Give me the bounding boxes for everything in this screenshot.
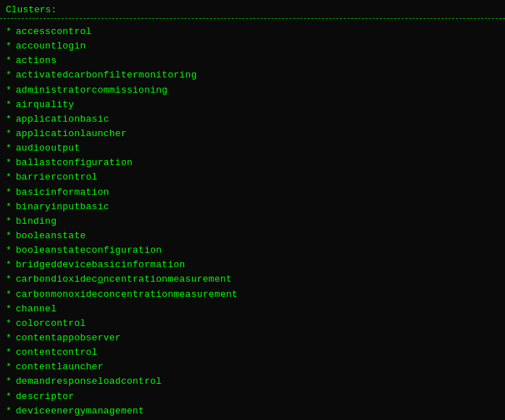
list-item: *applicationlauncher bbox=[6, 127, 499, 141]
list-bullet: * bbox=[6, 39, 12, 54]
list-item: *deviceenergymanagement bbox=[6, 404, 499, 419]
list-item: *contentappobserver bbox=[6, 331, 499, 345]
cluster-name: activatedcarbonfiltermonitoring bbox=[16, 68, 197, 83]
list-bullet: * bbox=[6, 170, 12, 185]
list-bullet: * bbox=[6, 98, 12, 112]
cluster-name: colorcontrol bbox=[16, 316, 86, 331]
list-bullet: * bbox=[6, 214, 12, 229]
list-bullet: * bbox=[6, 229, 12, 243]
list-item: *accountlogin bbox=[6, 39, 499, 54]
list-item: *channel bbox=[6, 302, 499, 316]
list-bullet: * bbox=[6, 83, 12, 98]
list-bullet: * bbox=[6, 404, 12, 419]
cluster-name: basicinformation bbox=[16, 185, 109, 200]
list-bullet: * bbox=[6, 127, 12, 141]
list-bullet: * bbox=[6, 185, 12, 200]
list-item: *barriercontrol bbox=[6, 170, 499, 185]
cluster-name: actions bbox=[16, 54, 57, 68]
list-item: *applicationbasic bbox=[6, 112, 499, 127]
cluster-name: descriptor bbox=[16, 390, 75, 404]
list-item: *booleanstateconfiguration bbox=[6, 243, 499, 258]
list-bullet: * bbox=[6, 156, 12, 170]
list-bullet: * bbox=[6, 331, 12, 345]
list-item: *actions bbox=[6, 54, 499, 68]
list-bullet: * bbox=[6, 316, 12, 331]
list-bullet: * bbox=[6, 68, 12, 83]
divider-line bbox=[0, 18, 505, 19]
list-item: *carbondioxideconcentrationmeasurement bbox=[6, 272, 499, 287]
list-bullet: * bbox=[6, 54, 12, 68]
list-bullet: * bbox=[6, 345, 12, 360]
cluster-name: carbonmonoxideconcentrationmeasurement bbox=[16, 287, 238, 302]
cluster-name: airquality bbox=[16, 98, 75, 112]
cluster-name: bridgeddevicebasicinformation bbox=[16, 258, 185, 272]
list-item: *accesscontrol bbox=[6, 25, 499, 39]
cluster-name: applicationbasic bbox=[16, 112, 109, 127]
list-bullet: * bbox=[6, 243, 12, 258]
cluster-name: binding bbox=[16, 214, 57, 229]
list-item: *basicinformation bbox=[6, 185, 499, 200]
list-bullet: * bbox=[6, 112, 12, 127]
list-item: *colorcontrol bbox=[6, 316, 499, 331]
list-item: *demandresponseloadcontrol bbox=[6, 374, 499, 389]
list-item: *activatedcarbonfiltermonitoring bbox=[6, 68, 499, 83]
list-item: *contentlauncher bbox=[6, 360, 499, 374]
list-item: *administratorcommissioning bbox=[6, 83, 499, 98]
list-bullet: * bbox=[6, 287, 12, 302]
cluster-name: contentcontrol bbox=[16, 345, 98, 360]
list-bullet: * bbox=[6, 258, 12, 272]
cluster-name: carbondioxideconcentrationmeasurement bbox=[16, 272, 232, 287]
list-bullet: * bbox=[6, 374, 12, 389]
list-item: *binding bbox=[6, 214, 499, 229]
cluster-name: booleanstateconfiguration bbox=[16, 243, 162, 258]
terminal-window: Clusters: *accesscontrol*accountlogin*ac… bbox=[0, 0, 505, 420]
cluster-name: contentappobserver bbox=[16, 331, 121, 345]
list-bullet: * bbox=[6, 390, 12, 404]
list-item: *binaryinputbasic bbox=[6, 200, 499, 214]
cluster-name: contentlauncher bbox=[16, 360, 104, 374]
list-item: *ballastconfiguration bbox=[6, 156, 499, 170]
cluster-name: booleanstate bbox=[16, 229, 86, 243]
cluster-name: barriercontrol bbox=[16, 170, 98, 185]
cluster-name: accesscontrol bbox=[16, 25, 92, 39]
cluster-name: deviceenergymanagement bbox=[16, 404, 144, 419]
list-item: *booleanstate bbox=[6, 229, 499, 243]
list-bullet: * bbox=[6, 200, 12, 214]
list-item: *carbonmonoxideconcentrationmeasurement bbox=[6, 287, 499, 302]
cluster-name: administratorcommissioning bbox=[16, 83, 168, 98]
cluster-name: channel bbox=[16, 302, 57, 316]
list-item: *contentcontrol bbox=[6, 345, 499, 360]
list-item: *descriptor bbox=[6, 390, 499, 404]
cluster-name: accountlogin bbox=[16, 39, 86, 54]
list-bullet: * bbox=[6, 360, 12, 374]
list-bullet: * bbox=[6, 302, 12, 316]
list-bullet: * bbox=[6, 141, 12, 156]
list-item: *audiooutput bbox=[6, 141, 499, 156]
list-bullet: * bbox=[6, 272, 12, 287]
cluster-name: demandresponseloadcontrol bbox=[16, 374, 162, 389]
list-bullet: * bbox=[6, 25, 12, 39]
clusters-header: Clusters: bbox=[0, 0, 505, 18]
cluster-name: binaryinputbasic bbox=[16, 200, 109, 214]
cluster-name: applicationlauncher bbox=[16, 127, 127, 141]
list-item: *airquality bbox=[6, 98, 499, 112]
cluster-name: ballastconfiguration bbox=[16, 156, 133, 170]
cluster-name: audiooutput bbox=[16, 141, 80, 156]
list-item: *bridgeddevicebasicinformation bbox=[6, 258, 499, 272]
clusters-list: *accesscontrol*accountlogin*actions*acti… bbox=[0, 23, 505, 420]
